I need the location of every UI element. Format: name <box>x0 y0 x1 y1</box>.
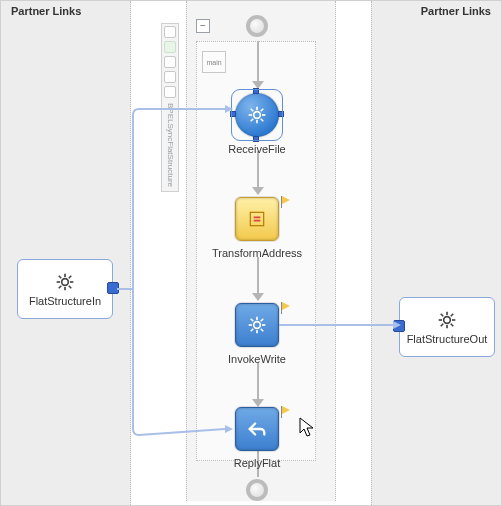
svg-marker-38 <box>225 425 233 433</box>
wire-links <box>1 1 502 506</box>
svg-marker-37 <box>225 105 233 113</box>
svg-marker-39 <box>393 321 401 329</box>
